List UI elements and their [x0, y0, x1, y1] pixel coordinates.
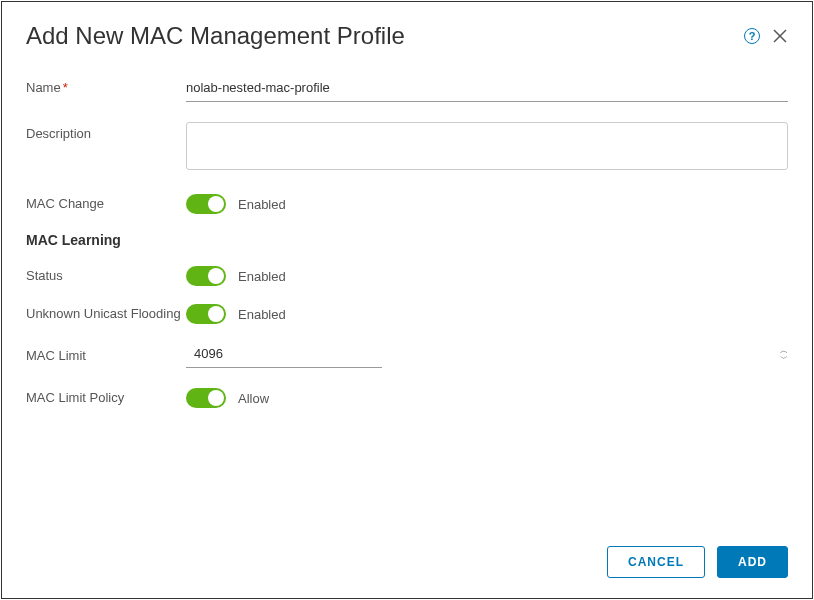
mac-limit-policy-row: MAC Limit Policy Allow [26, 388, 788, 408]
mac-learning-heading: MAC Learning [26, 232, 788, 248]
mac-limit-policy-toggle[interactable] [186, 388, 226, 408]
mac-change-label: MAC Change [26, 196, 186, 213]
name-input[interactable] [186, 76, 788, 102]
status-toggle[interactable] [186, 266, 226, 286]
dialog-header: Add New MAC Management Profile ? [2, 2, 812, 68]
stepper-down-icon[interactable]: ﹀ [780, 355, 788, 363]
mac-limit-policy-label: MAC Limit Policy [26, 390, 186, 407]
mac-limit-label: MAC Limit [26, 348, 186, 363]
description-row: Description [26, 122, 788, 174]
stepper-icon[interactable]: ︿ ﹀ [780, 342, 788, 368]
status-row: Status Enabled [26, 266, 788, 286]
unknown-unicast-control: Enabled [186, 304, 286, 324]
dialog-footer: CANCEL ADD [2, 528, 812, 598]
mac-limit-row: MAC Limit ︿ ﹀ [26, 342, 788, 368]
help-icon[interactable]: ? [744, 28, 760, 44]
description-control [186, 122, 788, 174]
description-label: Description [26, 122, 186, 141]
mac-change-status: Enabled [238, 197, 286, 212]
mac-limit-input[interactable] [186, 342, 382, 368]
status-value: Enabled [238, 269, 286, 284]
status-control: Enabled [186, 266, 286, 286]
name-label: Name* [26, 76, 186, 95]
unknown-unicast-label: Unknown Unicast Flooding [26, 306, 186, 323]
mac-limit-policy-control: Allow [186, 388, 269, 408]
name-control [186, 76, 788, 102]
dialog-body: Name* Description MAC Change Enabled MAC… [2, 68, 812, 528]
unknown-unicast-toggle[interactable] [186, 304, 226, 324]
header-controls: ? [744, 28, 788, 44]
dialog-title: Add New MAC Management Profile [26, 22, 744, 50]
mac-change-row: MAC Change Enabled [26, 194, 788, 214]
mac-change-toggle[interactable] [186, 194, 226, 214]
dialog-container: Add New MAC Management Profile ? Name* D… [1, 1, 813, 599]
description-input[interactable] [186, 122, 788, 170]
mac-change-control: Enabled [186, 194, 286, 214]
close-icon[interactable] [772, 28, 788, 44]
status-label: Status [26, 268, 186, 285]
unknown-unicast-row: Unknown Unicast Flooding Enabled [26, 304, 788, 324]
add-button[interactable]: ADD [717, 546, 788, 578]
name-row: Name* [26, 76, 788, 102]
name-label-text: Name [26, 80, 61, 95]
mac-limit-policy-value: Allow [238, 391, 269, 406]
mac-limit-wrapper: ︿ ﹀ [186, 342, 788, 368]
required-asterisk: * [63, 80, 68, 95]
cancel-button[interactable]: CANCEL [607, 546, 705, 578]
unknown-unicast-value: Enabled [238, 307, 286, 322]
